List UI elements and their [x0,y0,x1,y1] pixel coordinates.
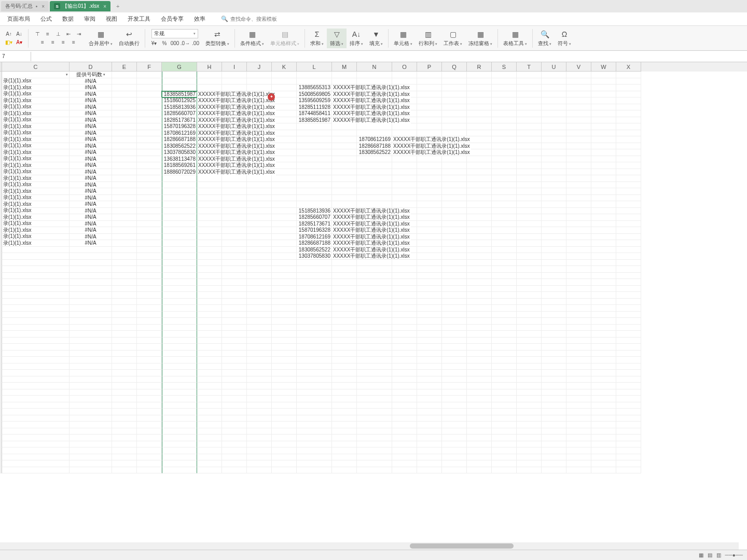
cell-M38[interactable] [332,312,357,318]
cell-X3[interactable] [616,85,641,91]
cell-F25[interactable] [137,227,162,234]
cell-M6[interactable] [332,104,357,111]
cell-X46[interactable] [616,363,641,370]
cell-E37[interactable] [112,305,137,312]
cell-M55[interactable] [332,422,357,428]
cell-X6[interactable] [616,104,641,111]
cell-X28[interactable] [616,247,641,254]
align-center-icon[interactable]: ≡ [48,38,58,47]
cell-X13[interactable] [616,149,641,156]
cell-J56[interactable] [247,428,272,435]
cell-K9[interactable] [272,123,297,130]
cell-R25[interactable] [467,227,492,234]
cell-O52[interactable] [392,402,417,409]
cell-F45[interactable] [137,357,162,363]
cell-G29[interactable] [162,253,197,260]
cell-L20[interactable] [297,195,332,202]
cell-G55[interactable] [162,422,197,428]
cell-O28[interactable] [392,247,417,254]
cell-S10[interactable] [492,130,517,137]
cell-D50[interactable] [70,389,112,396]
cell-Q54[interactable] [442,415,467,422]
col-header-P[interactable]: P [417,62,442,72]
cell-K2[interactable] [272,78,297,85]
cell-C57[interactable] [2,435,70,441]
cell-N36[interactable] [357,299,392,305]
cell-P39[interactable] [417,318,442,325]
cell-U29[interactable] [542,253,566,260]
cell-R17[interactable] [467,175,492,182]
cell-P62[interactable] [417,467,442,474]
cell-U25[interactable] [542,227,566,234]
cell-K8[interactable] [272,117,297,124]
cell-E46[interactable] [112,363,137,370]
cell-R13[interactable] [467,149,492,156]
cell-V60[interactable] [566,454,591,461]
cell-D20[interactable]: #N/A [70,195,112,202]
cell-G38[interactable] [162,312,197,318]
cell-P5[interactable] [417,97,442,104]
cell-F46[interactable] [137,363,162,370]
cell-D45[interactable] [70,357,112,363]
cell-K48[interactable] [272,376,297,383]
cell-L46[interactable] [297,363,332,370]
cell-D46[interactable] [70,363,112,370]
cell-L62[interactable] [297,467,332,474]
cell-X27[interactable] [616,240,641,247]
cell-G59[interactable] [162,447,197,454]
cell-P4[interactable] [417,91,442,98]
cell-U9[interactable] [542,123,566,130]
cell-E32[interactable] [112,273,137,279]
close-icon[interactable]: × [42,4,45,9]
cell-F37[interactable] [137,305,162,312]
cell-R5[interactable] [467,97,492,104]
cell-E22[interactable] [112,208,137,215]
cell-J47[interactable] [247,370,272,376]
cell-I4[interactable] [222,91,247,98]
cell-L38[interactable] [297,312,332,318]
cell-X59[interactable] [616,447,641,454]
cell-W20[interactable] [591,195,616,202]
cell-C38[interactable] [2,312,70,318]
cell-F58[interactable] [137,441,162,448]
cell-E5[interactable] [112,97,137,104]
cell-N43[interactable] [357,344,392,351]
cell-E34[interactable] [112,286,137,292]
tab-inactive[interactable]: 各号码·汇总 • × [1,1,49,11]
font-color-icon[interactable]: A▾ [15,38,24,47]
cell-O24[interactable] [392,221,417,228]
cell-Q62[interactable] [442,467,467,474]
cell-V12[interactable] [566,143,591,150]
cell-N42[interactable] [357,338,392,344]
cell-D24[interactable]: #N/A [70,221,112,228]
cell-L42[interactable] [297,338,332,344]
cell-F1[interactable] [137,72,162,78]
cell-T47[interactable] [517,370,542,376]
cell-H52[interactable] [197,402,222,409]
cell-N4[interactable] [357,91,392,98]
cell-D31[interactable] [70,266,112,273]
cell-X22[interactable] [616,208,641,215]
cell-J41[interactable] [247,331,272,338]
cell-D48[interactable] [70,376,112,383]
cell-T12[interactable] [517,143,542,150]
cell-W35[interactable] [591,292,616,299]
cell-J43[interactable] [247,344,272,351]
cell-H16[interactable] [197,169,222,176]
find-button[interactable]: 🔍 查找▾ [535,29,555,48]
cell-W8[interactable] [591,117,616,124]
cell-I52[interactable] [222,402,247,409]
cell-I2[interactable] [222,78,247,85]
cell-D15[interactable]: #N/A [70,162,112,169]
cell-M40[interactable] [332,325,357,331]
cell-F44[interactable] [137,351,162,357]
cell-R36[interactable] [467,299,492,305]
cell-O33[interactable] [392,279,417,286]
cell-W1[interactable] [591,72,616,78]
cell-G2[interactable] [162,78,197,85]
cell-P41[interactable] [417,331,442,338]
cell-L14[interactable] [297,156,332,163]
cell-C31[interactable] [2,266,70,273]
cell-R51[interactable] [467,396,492,402]
cell-I21[interactable] [222,201,247,208]
